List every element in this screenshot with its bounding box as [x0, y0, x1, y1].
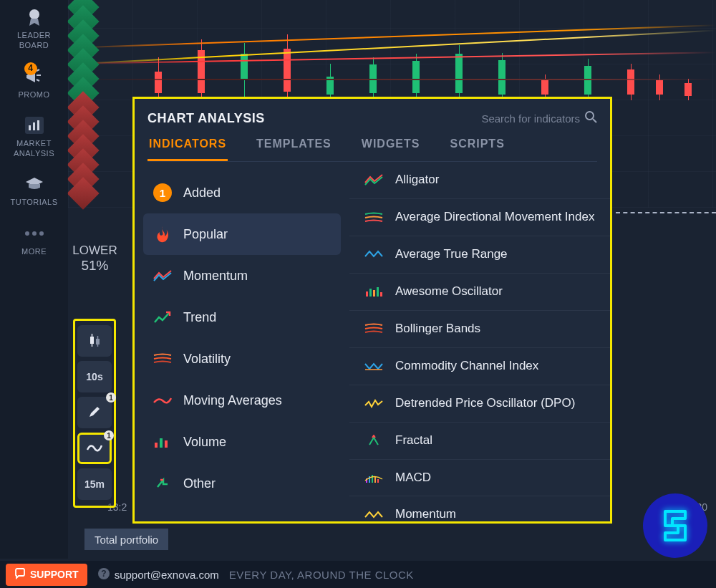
tab-scripts[interactable]: SCRIPTS — [448, 132, 505, 161]
category-label: Added — [183, 185, 221, 201]
indicator-search[interactable] — [465, 110, 597, 126]
indicator-item[interactable]: Momentum — [349, 496, 610, 521]
indicator-item[interactable]: Commodity Channel Index — [349, 348, 610, 385]
momentum-wave-icon — [364, 508, 384, 521]
fractal-icon — [364, 433, 384, 448]
panel-title: CHART ANALYSIS — [147, 111, 265, 126]
support-email[interactable]: ? support@exnova.com — [97, 567, 219, 582]
candlestick-icon — [87, 332, 102, 350]
indicator-label: Momentum — [395, 506, 456, 521]
category-label: Other — [183, 476, 216, 491]
category-trend[interactable]: Trend — [143, 297, 341, 338]
svg-rect-4 — [37, 120, 39, 130]
category-list: 1 Added Popular Momentum Trend — [135, 162, 349, 521]
category-added[interactable]: 1 Added — [143, 172, 341, 213]
sentiment-lower: LOWER 51% — [68, 244, 122, 274]
panel-header: CHART ANALYSIS INDICATORS TEMPLATES WIDG… — [135, 99, 610, 162]
svg-point-9 — [586, 112, 594, 120]
pencil-icon — [87, 405, 102, 421]
indicator-item[interactable]: Average True Range — [349, 236, 610, 274]
indicator-item[interactable]: Detrended Price Oscillator (DPO) — [349, 385, 610, 423]
momentum-lines-icon — [153, 266, 172, 285]
indicator-label: MACD — [395, 470, 431, 486]
nav-label: PROMO — [18, 90, 49, 100]
nav-promo[interactable]: 4 PROMO — [18, 67, 49, 100]
nav-tutorials[interactable]: TUTORIALS — [10, 174, 57, 207]
footer-tagline: EVERY DAY, AROUND THE CLOCK — [229, 569, 414, 581]
awesome-osc-icon — [364, 284, 384, 299]
macd-icon — [364, 471, 384, 485]
alligator-icon — [364, 173, 384, 187]
interval-short-button[interactable]: 10s — [77, 361, 112, 392]
category-label: Volatility — [183, 352, 231, 367]
sentiment-label: LOWER — [68, 244, 122, 258]
bar-chart-icon — [24, 115, 44, 135]
volatility-bands-icon — [153, 350, 172, 368]
adx-icon — [364, 210, 384, 224]
interval-long-button[interactable]: 15m — [77, 468, 112, 500]
tab-indicators[interactable]: INDICATORS — [147, 132, 228, 161]
more-dots-icon — [24, 223, 44, 244]
svg-text:?: ? — [101, 569, 106, 579]
indicator-label: Average True Range — [395, 246, 508, 263]
svg-rect-14 — [366, 291, 368, 297]
indicator-list: Alligator Average Directional Movement I… — [349, 162, 610, 521]
nav-leaderboard[interactable]: LEADER BOARD — [17, 7, 51, 51]
added-count-badge: 1 — [153, 183, 172, 202]
nav-label: MARKET ANALYSIS — [14, 138, 54, 159]
medal-icon — [24, 7, 44, 27]
chat-icon — [14, 568, 26, 582]
svg-rect-23 — [374, 477, 376, 483]
indicator-item[interactable]: Awesome Oscillator — [349, 274, 610, 311]
svg-rect-12 — [160, 438, 163, 448]
category-volatility[interactable]: Volatility — [143, 338, 341, 380]
svg-rect-22 — [372, 475, 373, 483]
svg-rect-3 — [33, 122, 35, 130]
price-level-line — [616, 212, 716, 213]
category-other[interactable]: Other — [143, 463, 341, 504]
trend-up-icon — [153, 308, 172, 327]
chart-type-button[interactable] — [77, 325, 112, 357]
category-label: Trend — [183, 310, 216, 325]
support-button[interactable]: SUPPORT — [6, 564, 87, 586]
atr-icon — [364, 247, 384, 261]
indicator-label: Bollinger Bands — [395, 321, 480, 337]
footer: SUPPORT ? support@exnova.com EVERY DAY, … — [0, 561, 716, 588]
bollinger-icon — [364, 322, 384, 336]
graduation-cap-icon — [24, 174, 44, 194]
chart-analysis-panel: CHART ANALYSIS INDICATORS TEMPLATES WIDG… — [132, 97, 612, 524]
indicator-item[interactable]: MACD — [349, 460, 610, 497]
indicators-tool-button[interactable] — [77, 433, 112, 464]
draw-tool-button[interactable] — [77, 397, 112, 428]
category-volume[interactable]: Volume — [143, 421, 341, 463]
nav-more[interactable]: MORE — [21, 223, 47, 256]
search-input[interactable] — [465, 112, 580, 125]
indicator-label: Commodity Channel Index — [395, 358, 538, 375]
tab-widgets[interactable]: WIDGETS — [360, 132, 422, 161]
brand-logo-chip[interactable] — [643, 493, 707, 558]
volume-bars-icon — [153, 433, 172, 451]
sentiment-percent: 51% — [68, 258, 122, 274]
indicator-item[interactable]: Alligator — [349, 162, 610, 199]
tab-templates[interactable]: TEMPLATES — [255, 132, 333, 161]
category-label: Moving Averages — [183, 393, 282, 408]
nav-market-analysis[interactable]: MARKET ANALYSIS — [14, 115, 54, 159]
wave-red-icon — [153, 391, 172, 410]
indicator-item[interactable]: Bollinger Bands — [349, 311, 610, 348]
search-icon — [584, 110, 597, 126]
indicator-label: Average Directional Movement Index — [395, 209, 594, 226]
total-portfolio-bar[interactable]: Total portfolio — [84, 529, 168, 550]
chart-line — [72, 79, 716, 80]
svg-rect-15 — [369, 289, 372, 297]
flame-icon — [153, 225, 172, 244]
svg-line-10 — [593, 119, 596, 122]
category-popular[interactable]: Popular — [143, 213, 341, 255]
category-moving-averages[interactable]: Moving Averages — [143, 380, 341, 421]
category-label: Momentum — [183, 269, 248, 284]
indicator-item[interactable]: Fractal — [349, 423, 610, 460]
category-momentum[interactable]: Momentum — [143, 255, 341, 297]
svg-rect-16 — [373, 290, 375, 297]
indicator-item[interactable]: Average Directional Movement Index — [349, 199, 610, 236]
svg-rect-11 — [155, 443, 158, 448]
question-icon: ? — [97, 567, 110, 582]
